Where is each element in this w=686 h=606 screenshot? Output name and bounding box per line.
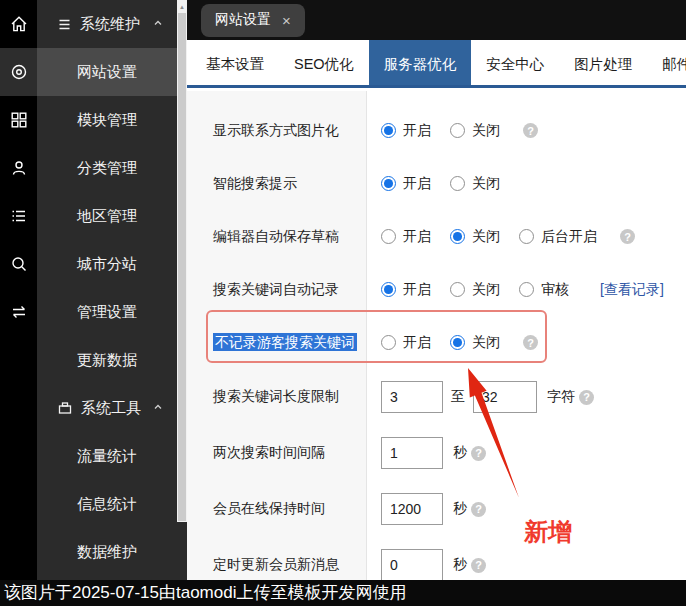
radio-icon[interactable] xyxy=(381,335,396,350)
radio-icon[interactable] xyxy=(519,229,534,244)
settings-tab-bar: 基本设置 SEO优化 服务器优化 安全中心 图片处理 邮件设置 xyxy=(187,40,686,88)
list-icon[interactable] xyxy=(0,192,37,240)
radio-option-off[interactable]: 关闭 xyxy=(450,228,500,246)
form-row-contact-image: 显示联系方式图片化 开启 关闭 ? xyxy=(187,104,686,157)
radio-icon[interactable] xyxy=(450,335,465,350)
sidebar-item-city-subsite[interactable]: 城市分站 xyxy=(37,240,177,288)
toolbox-icon xyxy=(57,400,73,416)
sidebar-group-label: 系统工具 xyxy=(81,399,141,418)
radio-option-on[interactable]: 开启 xyxy=(381,175,431,193)
radio-icon[interactable] xyxy=(450,123,465,138)
min-length-input[interactable] xyxy=(381,381,443,413)
row-label: 定时更新会员新消息 xyxy=(187,556,367,574)
tab-security-center[interactable]: 安全中心 xyxy=(471,40,559,85)
open-page-tab[interactable]: 网站设置 × xyxy=(201,4,305,37)
sidebar-menu: 系统维护 网站设置 模块管理 分类管理 地区管理 城市分站 管理设置 更新数据 … xyxy=(37,0,177,580)
help-icon[interactable]: ? xyxy=(523,335,538,350)
radio-option-on[interactable]: 开启 xyxy=(381,334,431,352)
main-area: 系统维护 网站设置 模块管理 分类管理 地区管理 城市分站 管理设置 更新数据 … xyxy=(0,0,686,580)
sidebar-item-category-management[interactable]: 分类管理 xyxy=(37,144,177,192)
swap-icon[interactable] xyxy=(0,288,37,336)
icon-rail xyxy=(0,0,37,580)
max-length-input[interactable] xyxy=(473,381,537,413)
radio-icon[interactable] xyxy=(381,123,396,138)
sidebar-item-data-maintenance[interactable]: 数据维护 xyxy=(37,528,177,576)
view-records-link[interactable]: [查看记录] xyxy=(600,281,664,299)
status-bar: 该图片于2025-07-15由taomodi上传至模板开发网使用 xyxy=(0,580,686,606)
tab-server-optimization[interactable]: 服务器优化 xyxy=(369,40,472,85)
unit-label: 秒 xyxy=(453,444,467,462)
close-icon[interactable]: × xyxy=(282,13,291,28)
sidebar-item-website-settings[interactable]: 网站设置 xyxy=(37,48,177,96)
target-icon[interactable] xyxy=(0,48,37,96)
radio-option-off[interactable]: 关闭 xyxy=(450,281,500,299)
message-refresh-input[interactable] xyxy=(381,549,443,580)
radio-option-review[interactable]: 审核 xyxy=(519,281,569,299)
row-label: 搜索关键词长度限制 xyxy=(187,388,367,406)
home-icon[interactable] xyxy=(0,0,37,48)
radio-option-off[interactable]: 关闭 xyxy=(450,334,500,352)
sidebar-item-region-management[interactable]: 地区管理 xyxy=(37,192,177,240)
search-interval-input[interactable] xyxy=(381,437,443,469)
sidebar-item-module-management[interactable]: 模块管理 xyxy=(37,96,177,144)
row-label-selected-text: 不记录游客搜索关键词 xyxy=(213,333,357,351)
radio-option-on[interactable]: 开启 xyxy=(381,228,431,246)
radio-icon[interactable] xyxy=(450,176,465,191)
help-icon[interactable]: ? xyxy=(471,446,486,461)
search-icon[interactable] xyxy=(0,240,37,288)
row-label: 搜索关键词自动记录 xyxy=(187,281,367,299)
radio-icon[interactable] xyxy=(519,282,534,297)
range-separator: 至 xyxy=(451,388,465,406)
radio-icon[interactable] xyxy=(450,229,465,244)
sidebar-group-label: 系统维护 xyxy=(80,15,140,34)
form-row-no-guest-keyword-record: 不记录游客搜索关键词 开启 关闭 ? xyxy=(187,316,686,369)
scroll-up-arrow-icon[interactable]: ▲ xyxy=(177,1,187,13)
help-icon[interactable]: ? xyxy=(579,390,594,405)
radio-option-off[interactable]: 关闭 xyxy=(450,175,500,193)
help-icon[interactable]: ? xyxy=(523,123,538,138)
form-row-member-message-refresh: 定时更新会员新消息 秒 ? xyxy=(187,537,686,580)
scrollbar-thumb[interactable] xyxy=(178,13,186,521)
unit-label: 字符 xyxy=(547,388,575,406)
sidebar-item-update-data[interactable]: 更新数据 xyxy=(37,336,177,384)
row-label: 编辑器自动保存草稿 xyxy=(187,228,367,246)
radio-icon[interactable] xyxy=(381,282,396,297)
form-row-editor-autosave: 编辑器自动保存草稿 开启 关闭 后台开启 xyxy=(187,210,686,263)
sidebar-item-info-stats[interactable]: 信息统计 xyxy=(37,480,177,528)
content-panel: 网站设置 × 基本设置 SEO优化 服务器优化 安全中心 图片处理 邮件设置 显… xyxy=(187,0,686,580)
row-label: 智能搜索提示 xyxy=(187,175,367,193)
tab-seo-optimization[interactable]: SEO优化 xyxy=(279,40,369,85)
help-icon[interactable]: ? xyxy=(620,229,635,244)
app-window: 系统维护 网站设置 模块管理 分类管理 地区管理 城市分站 管理设置 更新数据 … xyxy=(0,0,686,606)
user-icon[interactable] xyxy=(0,144,37,192)
radio-icon[interactable] xyxy=(381,229,396,244)
menu-bars-icon xyxy=(57,17,72,32)
form-row-keyword-length-limit: 搜索关键词长度限制 至 字符 ? xyxy=(187,369,686,425)
radio-option-on[interactable]: 开启 xyxy=(381,281,431,299)
help-icon[interactable]: ? xyxy=(471,558,486,573)
online-keep-time-input[interactable] xyxy=(381,493,443,525)
form-row-smart-search-tip: 智能搜索提示 开启 关闭 xyxy=(187,157,686,210)
form-row-search-interval: 两次搜索时间间隔 秒 ? xyxy=(187,425,686,481)
chevron-up-icon xyxy=(152,401,164,413)
page-tab-strip: 网站设置 × xyxy=(187,0,686,40)
form-row-keyword-auto-record: 搜索关键词自动记录 开启 关闭 审核 xyxy=(187,263,686,316)
grid-icon[interactable] xyxy=(0,96,37,144)
unit-label: 秒 xyxy=(453,500,467,518)
sidebar-group-system-tools[interactable]: 系统工具 xyxy=(37,384,177,432)
sidebar-item-admin-settings[interactable]: 管理设置 xyxy=(37,288,177,336)
radio-option-backend-on[interactable]: 后台开启 xyxy=(519,228,597,246)
tab-image-processing[interactable]: 图片处理 xyxy=(559,40,647,85)
radio-icon[interactable] xyxy=(381,176,396,191)
radio-option-on[interactable]: 开启 xyxy=(381,122,431,140)
help-icon[interactable]: ? xyxy=(471,502,486,517)
radio-icon[interactable] xyxy=(450,282,465,297)
tab-basic-settings[interactable]: 基本设置 xyxy=(191,40,279,85)
sidebar-item-traffic-stats[interactable]: 流量统计 xyxy=(37,432,177,480)
tab-mail-settings[interactable]: 邮件设置 xyxy=(647,40,686,85)
form-row-online-keep-time: 会员在线保持时间 秒 ? xyxy=(187,481,686,537)
radio-option-off[interactable]: 关闭 xyxy=(450,122,500,140)
sidebar-group-system-maintenance[interactable]: 系统维护 xyxy=(37,0,177,48)
sidebar-scrollbar[interactable]: ▲ xyxy=(177,0,187,580)
row-label: 两次搜索时间间隔 xyxy=(187,444,367,462)
